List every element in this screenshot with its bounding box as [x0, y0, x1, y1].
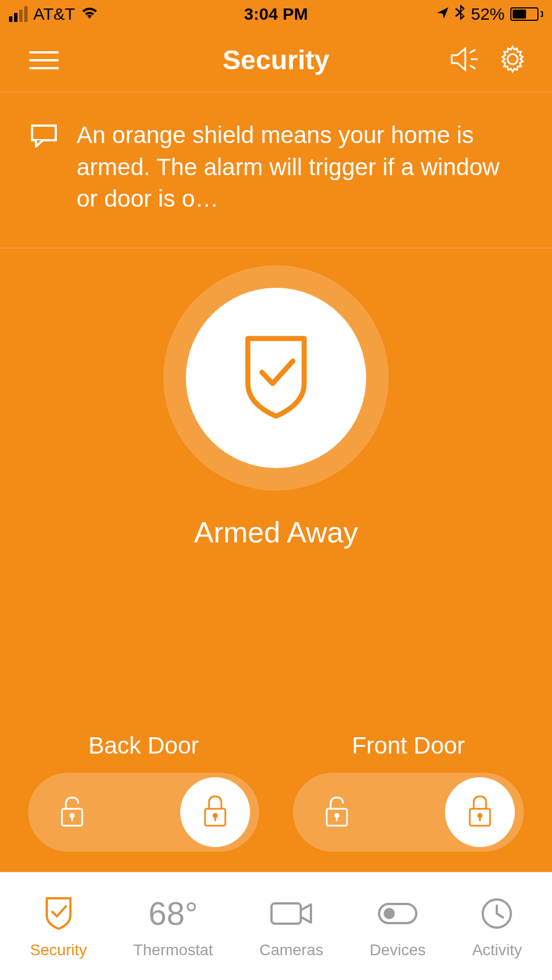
tab-label: Thermostat [133, 941, 213, 959]
lock-label: Front Door [352, 732, 465, 759]
app-header: Security [0, 28, 552, 92]
arm-status-label: Armed Away [194, 515, 358, 549]
unlock-icon [59, 794, 86, 830]
chat-icon [30, 119, 57, 150]
camera-icon [269, 894, 313, 933]
status-bar: AT&T 3:04 PM 52% [0, 0, 552, 28]
tab-label: Activity [472, 941, 522, 959]
battery-icon [510, 7, 543, 21]
tab-thermostat[interactable]: 68° Thermostat [133, 894, 213, 959]
svg-point-19 [385, 909, 394, 918]
tab-devices[interactable]: Devices [370, 894, 426, 959]
lock-icon [201, 793, 229, 831]
location-icon [436, 5, 449, 24]
tab-bar: Security 68° Thermostat Cameras Devices [0, 872, 552, 980]
sound-icon[interactable] [449, 45, 481, 75]
tab-label: Cameras [259, 941, 323, 959]
main-area: Armed Away Back Door [0, 248, 552, 872]
arm-status-button[interactable] [163, 265, 389, 491]
svg-point-3 [508, 54, 518, 64]
clock: 3:04 PM [244, 5, 308, 24]
bluetooth-icon [455, 4, 465, 25]
lock-icon [466, 793, 494, 831]
svg-line-0 [470, 50, 475, 53]
clock-icon [480, 894, 513, 933]
wifi-icon [81, 5, 99, 24]
tab-security[interactable]: Security [30, 894, 87, 959]
signal-icon [9, 6, 28, 22]
lock-label: Back Door [88, 732, 199, 759]
gear-icon[interactable] [498, 44, 527, 76]
lock-option[interactable] [180, 777, 250, 847]
unlock-option[interactable] [37, 777, 107, 847]
page-title: Security [222, 44, 329, 75]
battery-percent: 52% [471, 5, 505, 24]
lock-front-door: Front Door [293, 732, 524, 852]
tab-label: Devices [370, 941, 426, 959]
info-banner[interactable]: An orange shield means your home is arme… [0, 92, 552, 248]
lock-back-door: Back Door [28, 732, 259, 852]
svg-rect-4 [32, 126, 56, 140]
tab-cameras[interactable]: Cameras [259, 894, 323, 959]
tab-label: Security [30, 941, 87, 959]
shield-icon [43, 894, 74, 933]
lock-toggle-front-door[interactable] [293, 773, 524, 852]
unlock-icon [323, 794, 350, 830]
thermostat-temp-icon: 68° [148, 894, 198, 933]
menu-button[interactable] [29, 51, 59, 69]
shield-check-icon [237, 332, 315, 424]
toggle-icon [377, 894, 419, 933]
svg-rect-17 [271, 903, 301, 924]
thermostat-temp-value: 68° [148, 897, 198, 930]
locks-row: Back Door [0, 732, 552, 852]
tab-activity[interactable]: Activity [472, 894, 522, 959]
info-text: An orange shield means your home is arme… [77, 119, 522, 215]
svg-line-2 [470, 65, 475, 69]
lock-toggle-back-door[interactable] [28, 773, 259, 852]
lock-option[interactable] [445, 777, 515, 847]
carrier-label: AT&T [33, 5, 75, 24]
unlock-option[interactable] [302, 777, 372, 847]
